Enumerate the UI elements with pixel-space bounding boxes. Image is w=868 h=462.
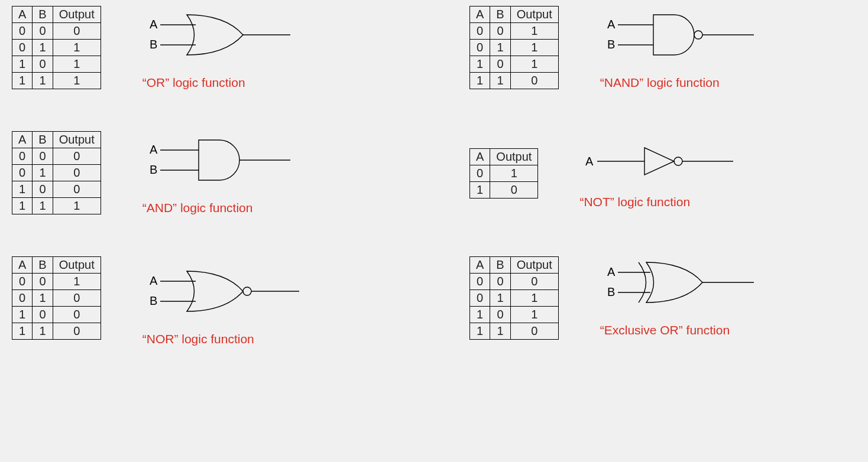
table-header: Output <box>510 6 558 23</box>
table-header: Output <box>53 257 101 274</box>
table-row: 011 <box>470 290 559 307</box>
or-cell: ABOutput000011101111 A B “OR” logic func… <box>12 6 399 90</box>
table-header: B <box>490 257 510 274</box>
table-header: Output <box>510 257 558 274</box>
table-row: 000 <box>12 23 101 40</box>
svg-text:B: B <box>607 38 615 51</box>
not-gate-icon: A <box>579 143 745 184</box>
nand-gate-icon: A B <box>600 12 766 65</box>
or-caption: “OR” logic function <box>142 76 245 90</box>
and-truth-table: ABOutput000010100111 <box>12 131 101 214</box>
nor-caption: “NOR” logic function <box>142 332 254 346</box>
or-gate-icon: A B <box>142 12 296 65</box>
table-row: 111 <box>12 198 101 214</box>
table-row: 110 <box>470 73 559 89</box>
svg-point-18 <box>674 157 682 165</box>
xor-caption: “Exclusive OR” function <box>600 323 730 337</box>
svg-text:A: A <box>607 265 616 278</box>
not-truth-table: AOutput0110 <box>469 148 538 199</box>
nand-truth-table: ABOutput001011101110 <box>469 6 559 89</box>
xor-cell: ABOutput000011101110 A B “Exclusive OR” … <box>469 256 856 346</box>
xor-truth-table: ABOutput000011101110 <box>469 256 559 340</box>
table-row: 111 <box>12 73 101 89</box>
table-row: 000 <box>12 148 101 165</box>
svg-text:A: A <box>150 274 158 287</box>
xor-gate-icon: A B <box>600 259 766 313</box>
table-header: A <box>470 148 490 165</box>
and-gate-icon: A B <box>142 137 296 190</box>
table-row: 001 <box>470 23 559 40</box>
svg-text:B: B <box>150 163 157 176</box>
not-cell: AOutput0110 A “NOT” logic function <box>469 131 856 215</box>
table-header: A <box>12 6 33 23</box>
svg-text:B: B <box>150 294 157 307</box>
table-row: 000 <box>470 274 559 290</box>
table-row: 110 <box>470 323 559 340</box>
svg-point-9 <box>694 31 702 39</box>
svg-point-24 <box>243 287 251 295</box>
table-row: 110 <box>12 323 101 340</box>
svg-text:A: A <box>585 155 594 168</box>
not-caption: “NOT” logic function <box>579 195 690 209</box>
table-row: 10 <box>470 181 538 198</box>
table-header: Output <box>53 132 101 148</box>
table-header: Output <box>490 148 538 165</box>
table-row: 010 <box>12 290 101 307</box>
table-header: A <box>12 257 33 274</box>
table-header: B <box>33 132 53 148</box>
table-row: 101 <box>470 56 559 73</box>
table-header: B <box>33 6 53 23</box>
nand-cell: ABOutput001011101110 A B “NAND” logic fu… <box>469 6 856 90</box>
table-header: B <box>490 6 510 23</box>
table-header: A <box>470 257 490 274</box>
nor-cell: ABOutput001010100110 A B “NOR” logic fun… <box>12 256 399 346</box>
table-header: A <box>12 132 33 148</box>
table-row: 101 <box>470 307 559 323</box>
table-row: 100 <box>12 181 101 198</box>
svg-text:A: A <box>150 18 158 31</box>
svg-text:A: A <box>150 143 158 156</box>
svg-text:A: A <box>607 18 616 31</box>
nor-gate-icon: A B <box>142 268 308 321</box>
table-header: Output <box>53 6 101 23</box>
nand-caption: “NAND” logic function <box>600 76 720 90</box>
table-header: A <box>470 6 490 23</box>
table-header: B <box>33 257 53 274</box>
and-cell: ABOutput000010100111 A B “AND” logic fun… <box>12 131 399 215</box>
and-caption: “AND” logic function <box>142 201 253 215</box>
svg-text:B: B <box>607 285 615 298</box>
table-row: 011 <box>12 40 101 56</box>
table-row: 011 <box>470 40 559 56</box>
svg-text:B: B <box>150 38 157 51</box>
table-row: 001 <box>12 274 101 290</box>
or-truth-table: ABOutput000011101111 <box>12 6 101 89</box>
table-row: 100 <box>12 307 101 323</box>
table-row: 01 <box>470 165 538 181</box>
table-row: 101 <box>12 56 101 73</box>
table-row: 010 <box>12 165 101 181</box>
nor-truth-table: ABOutput001010100110 <box>12 256 101 340</box>
